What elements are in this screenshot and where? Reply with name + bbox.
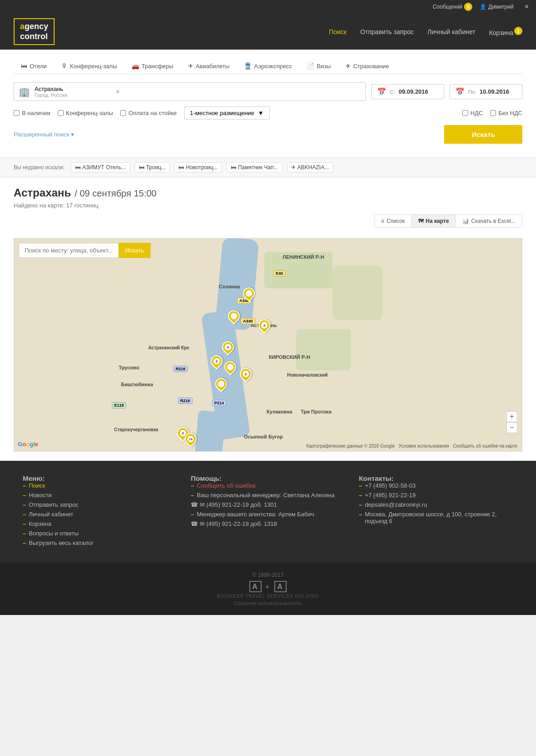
map-search-input[interactable] [19, 243, 119, 258]
location-subtitle: Город, Россия [35, 92, 111, 98]
map-zoom-controls: + − [506, 411, 517, 433]
tab-visa[interactable]: 📄Визы [299, 59, 338, 74]
car-icon: 🚗 [131, 62, 139, 70]
date-to-label: По: [468, 89, 476, 95]
footer-link-cabinet[interactable]: – Личный кабинет [23, 511, 177, 518]
train-icon: 🚆 [244, 62, 252, 70]
nav-cart[interactable]: Корзина1 [489, 27, 522, 36]
map-search-button[interactable]: Искать [119, 243, 151, 258]
footer-phone-2: – +7 (495) 921-22-19 [359, 492, 513, 499]
footer-slogan: Сохраняя индивидуальность [9, 600, 527, 606]
map-label-tri: Три Протока [301, 409, 332, 414]
footer-logo: A + A [9, 583, 527, 591]
footer-contacts-section: Контакты: – +7 (495) 902-58-03 – +7 (495… [359, 474, 513, 549]
top-bar: Сообщений 0 👤 Димитрий × [0, 0, 536, 14]
map-view-button[interactable]: 🗺 На карте [412, 215, 456, 227]
zoom-in-button[interactable]: + [506, 411, 517, 422]
footer-logo-sub: BUSINESS TRAVEL SERVICES HOLDING [9, 594, 527, 599]
checkbox-reception[interactable]: Оплата на стойке [120, 110, 177, 116]
search-row-location: 🏢 Город, Россия × 📅 С: 09.09.2016 📅 По: … [14, 82, 522, 101]
date-to-input[interactable]: 📅 По: 10.09.2016 [450, 84, 522, 99]
checkbox-no-vat[interactable]: Без НДС [490, 110, 522, 116]
road-badge-7: P214 [212, 400, 226, 406]
map-search-bar: Искать [19, 243, 151, 258]
visa-icon: 📄 [307, 62, 314, 70]
recent-item-4[interactable]: 🛏Памятник Чап... [227, 162, 283, 172]
tab-hotels[interactable]: 🛏Отели [14, 59, 54, 74]
map-marker-8[interactable] [215, 378, 227, 390]
calendar-from-icon: 📅 [377, 87, 386, 96]
recent-item-2[interactable]: 🛏Троиц... [135, 162, 170, 172]
footer-logo-area: A + A BUSINESS TRAVEL SERVICES HOLDING С… [9, 583, 527, 606]
footer-link-search[interactable]: – Поиск [23, 482, 177, 489]
map-label-kreml: Астраханский Кре [148, 345, 189, 350]
logo[interactable]: agency control [14, 18, 55, 45]
tab-transfers[interactable]: 🚗Трансферы [124, 59, 181, 74]
recent-item-1[interactable]: 🛏АЗИМУТ Отель... [71, 162, 130, 172]
nav-cabinet[interactable]: Личный кабинет [427, 28, 475, 35]
footer-link-catalog[interactable]: – Выгрузить весь каталог [23, 539, 177, 546]
map-attribution: Картографические данные © 2016 Google Ус… [306, 444, 517, 449]
tab-insurance[interactable]: ✈Страхование [338, 59, 396, 74]
date-to-value: 10.09.2016 [480, 88, 509, 95]
map-marker-5[interactable]: 2 [211, 355, 222, 367]
map-label-kulak: Кулаковка [267, 409, 292, 414]
tab-flights[interactable]: ✈Авиабилеты [181, 59, 237, 74]
recent-item-3[interactable]: 🛏Новотроиц... [174, 162, 222, 172]
checkbox-conference[interactable]: Конференц-залы [58, 110, 113, 116]
map-marker-10[interactable]: 14 [185, 433, 197, 445]
tab-conference[interactable]: 🎙Конференц-залы [54, 59, 124, 74]
footer-link-send-request[interactable]: – Отправить запрос [23, 501, 177, 508]
location-field[interactable] [35, 86, 111, 92]
excel-download-button[interactable]: 📊 Скачать в Excel... [456, 215, 522, 227]
road-badge-1: E40 [273, 270, 285, 277]
insurance-icon: ✈ [345, 62, 351, 70]
nav-search[interactable]: Поиск [329, 28, 347, 35]
calendar-to-icon: 📅 [455, 87, 465, 96]
map-marker-3[interactable]: 2 [258, 319, 270, 331]
search-button[interactable]: Искать [444, 125, 522, 144]
footer-contacts-title: Контакты: [359, 474, 513, 482]
room-type-select[interactable]: 1-местное размещение ▼ [184, 106, 270, 120]
footer-link-cart[interactable]: – Корзина [23, 520, 177, 527]
road-badge-3: А340 [241, 318, 255, 324]
footer-link-faq[interactable]: – Вопросы и ответы [23, 530, 177, 537]
map-label-trusovo: Трусово [119, 365, 139, 370]
footer-link-news[interactable]: – Новости [23, 492, 177, 499]
recent-item-5[interactable]: ✈ABKHAZIA... [287, 162, 333, 172]
footer-link-report-error[interactable]: – Сообщить об ошибке [191, 482, 345, 489]
list-icon: ≡ [381, 218, 384, 224]
nav-send-request[interactable]: Отправить запрос [360, 28, 414, 35]
logo-accent: a [20, 22, 25, 31]
footer-bottom: © 1998-2017 A + A BUSINESS TRAVEL SERVIC… [0, 563, 536, 615]
advanced-search-link[interactable]: Расширенный поиск ▾ [14, 131, 74, 138]
map-label-solyanka: Солянка [219, 284, 240, 289]
search-row-options: В наличии Конференц-залы Оплата на стойк… [14, 106, 522, 120]
tab-aeroexpress[interactable]: 🚆Аэроэкспресс [237, 59, 299, 74]
map-marker-4[interactable]: 4 [222, 341, 234, 353]
map-green-2 [296, 329, 351, 370]
hotels-icon: 🛏 [21, 62, 27, 70]
map-marker-6[interactable] [224, 361, 236, 373]
map-label-kirovsky: КИРОВСКИЙ Р-Н [269, 354, 310, 360]
date-from-input[interactable]: 📅 С: 09.09.2016 [371, 84, 444, 99]
map-marker-2[interactable] [228, 310, 240, 322]
zoom-out-button[interactable]: − [506, 422, 517, 433]
close-button[interactable]: × [525, 3, 529, 11]
checkbox-vat[interactable]: НДС [462, 110, 483, 116]
map-marker-7[interactable]: 2 [240, 368, 252, 380]
checkbox-available[interactable]: В наличии [14, 110, 51, 116]
cart-badge: 1 [514, 27, 522, 35]
map-marker-1[interactable] [243, 287, 255, 299]
clear-location-button[interactable]: × [116, 88, 120, 96]
map-container[interactable]: ЛЕНИНСКИЙ Р-Н Астрахань КИРОВСКИЙ Р-Н Ас… [14, 238, 522, 452]
footer-email[interactable]: – depsales@zabroniryi.ru [359, 501, 513, 508]
main-nav: Поиск Отправить запрос Личный кабинет Ко… [329, 27, 522, 36]
map-water-3 [194, 410, 226, 452]
building-icon: 🏢 [19, 86, 30, 97]
list-view-button[interactable]: ≡ Список [375, 215, 412, 227]
footer-grid: Меню: – Поиск – Новости – Отправить запр… [23, 474, 513, 549]
messages-label: Сообщений [433, 4, 462, 10]
logo-line1: gency [25, 22, 48, 31]
map-label-bishtyub: Биштюбинка [121, 382, 153, 387]
